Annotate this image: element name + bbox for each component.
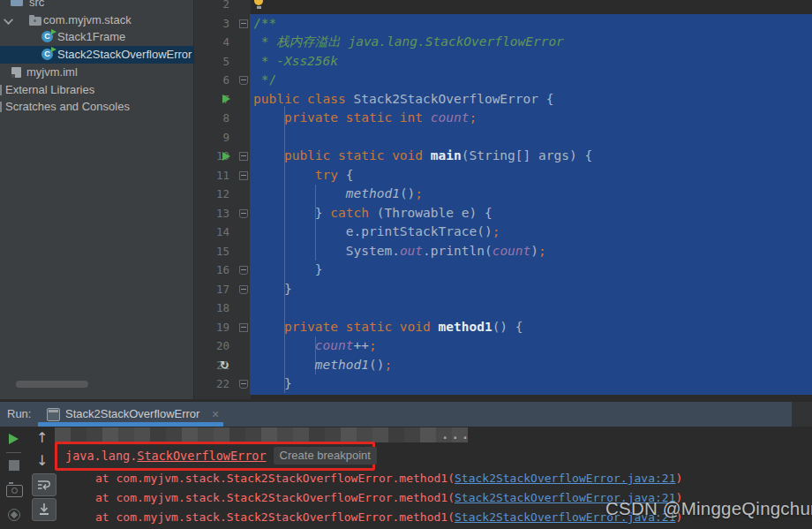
line-number[interactable]: 8 [193,109,229,128]
redacted-console-region [55,427,468,442]
code-line-14[interactable]: 14 e.printStackTrace(); [193,223,812,242]
run-line-icon[interactable] [222,152,230,161]
soft-wrap-button[interactable] [32,473,56,496]
redacted-ellipsis: ... [441,427,471,442]
tree-item-stack2stackoverflowerror[interactable]: CStack2StackOverflowError [0,46,193,64]
project-tree-panel: srccom.myjvm.stackCStack1FrameCStack2Sta… [0,0,193,399]
tree-item-stack1frame[interactable]: CStack1Frame [0,28,193,46]
line-number[interactable]: 2 [193,0,229,14]
tree-item-com-myjvm-stack[interactable]: com.myjvm.stack [0,11,193,29]
line-number[interactable]: 22 [193,374,229,394]
tree-item-label: Stack1Frame [57,28,125,46]
code-text: } [253,280,292,299]
line-number[interactable]: 6 [193,71,229,90]
stack-frame-text: at com.myjvm.stack.Stack2StackOverflowEr… [95,510,455,524]
tree-item-myjvm-iml[interactable]: myjvm.iml [0,64,193,81]
code-line-12[interactable]: 12 method1(); [193,185,812,204]
line-number[interactable]: 19 [193,318,229,337]
runnable-class-icon: C [41,31,55,43]
code-text: * -Xss256k [253,52,338,72]
code-line-4[interactable]: 4 * 栈内存溢出 java.lang.StackOverflowError [193,33,812,52]
code-text: method1(); [253,185,423,204]
line-number[interactable]: 12 [193,185,229,204]
code-line-6[interactable]: 6 */ [193,71,812,90]
line-number[interactable]: 3 [193,14,229,34]
chevron-down-icon[interactable] [4,15,13,25]
stop-button[interactable] [9,460,19,471]
up-stack-trace-button[interactable]: ↑ [36,431,48,445]
code-line-5[interactable]: 5 * -Xss256k [193,52,812,72]
code-line-22[interactable]: 22 } [193,374,812,394]
tree-item-label: com.myjvm.stack [43,11,132,29]
stack-frame-text: ) [675,472,682,485]
soft-wrap-icon [36,477,52,493]
module-file-icon [11,67,21,78]
fold-marker[interactable] [239,76,248,85]
code-line-13[interactable]: 13 } catch (Throwable e) { [193,204,812,223]
source-folder-icon [11,0,23,6]
code-text: * 栈内存溢出 java.lang.StackOverflowError [253,33,564,52]
code-line-7[interactable]: 7public class Stack2StackOverflowError { [193,90,812,110]
camera-icon-button[interactable] [6,485,23,497]
code-line-3[interactable]: 3/** [193,14,812,34]
project-tree-horizontal-scrollbar[interactable] [16,381,88,388]
code-text: } [253,374,292,394]
code-line-18[interactable]: 18 [193,299,812,318]
fold-marker[interactable] [239,323,248,332]
scroll-to-end-icon [36,502,52,518]
fold-marker[interactable] [239,209,248,218]
stack-frame-line: at com.myjvm.stack.Stack2StackOverflowEr… [95,469,682,488]
fold-marker[interactable] [239,152,248,161]
line-number[interactable]: 4 [193,33,229,52]
code-text: count++; [253,336,377,356]
fold-marker[interactable] [239,19,248,28]
line-number[interactable]: 17 [193,280,229,299]
fold-marker[interactable] [239,266,248,275]
code-line-10[interactable]: 10 public static void main(String[] args… [193,147,812,166]
intention-bulb-icon[interactable] [254,0,263,5]
code-line-16[interactable]: 16 } [193,261,812,280]
code-line-9[interactable]: 9 [193,128,812,147]
code-line-21[interactable]: 21↻ method1(); [193,356,812,375]
mute-breakpoints-icon-button[interactable] [8,509,20,521]
scroll-to-end-button[interactable] [32,498,56,521]
code-line-8[interactable]: 8 private static int count; [193,109,812,128]
line-number[interactable]: 15 [193,242,229,261]
line-number[interactable]: 20 [193,336,229,356]
run-line-icon[interactable] [222,94,230,103]
fold-marker[interactable] [239,171,248,180]
tree-item-scratches-and-consoles[interactable]: Scratches and Consoles [0,98,193,116]
exception-class-link[interactable]: StackOverflowError [137,449,266,463]
code-text: } catch (Throwable e) { [253,204,492,223]
code-text: private static void method1() { [253,318,523,337]
stack-frame-link[interactable]: Stack2StackOverflowError.java:21 [455,472,675,485]
rerun-button[interactable] [9,434,19,444]
code-text: e.printStackTrace(); [253,223,500,242]
line-number[interactable]: 9 [193,128,229,147]
code-line-17[interactable]: 17 } [193,280,812,299]
line-number[interactable]: 16 [193,261,229,280]
line-number[interactable]: 18 [193,299,229,318]
code-line-19[interactable]: 19 private static void method1() { [193,318,812,337]
code-line-2[interactable]: 2 [193,0,812,14]
line-number[interactable]: 11 [193,166,229,185]
code-line-11[interactable]: 11 try { [193,166,812,185]
fold-marker[interactable] [239,285,248,294]
create-breakpoint-hint[interactable]: Create breakpoint [274,447,377,465]
line-number[interactable]: 5 [193,52,229,72]
down-stack-trace-button[interactable]: ↓ [36,454,48,468]
code-line-20[interactable]: 20 count++; [193,336,812,356]
stack-frame-line: at com.myjvm.stack.Stack2StackOverflowEr… [95,488,682,508]
line-number[interactable]: 14 [193,223,229,242]
tree-item-label: Stack2StackOverflowError [57,46,192,64]
code-text: method1(); [253,356,392,375]
tree-item-external-libraries[interactable]: External Libraries [0,81,193,99]
code-editor[interactable]: 23/**4 * 栈内存溢出 java.lang.StackOverflowEr… [193,0,812,399]
tree-item-src[interactable]: src [0,0,193,11]
code-line-15[interactable]: 15 System.out.println(count); [193,242,812,261]
line-number[interactable]: 13 [193,204,229,223]
run-toolwindow-label: Run: [7,402,31,427]
code-text: private static int count; [253,109,477,128]
fold-marker[interactable] [239,380,248,389]
run-main-toolbar [0,427,29,529]
